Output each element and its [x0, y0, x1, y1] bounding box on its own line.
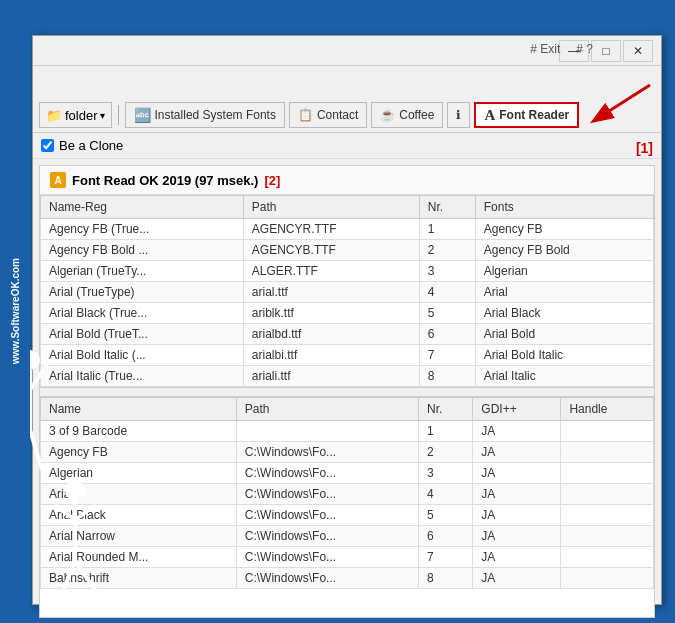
col-path-1: Path	[243, 196, 419, 219]
table-row[interactable]: Agency FB Bold ... AGENCYB.TTF 2 Agency …	[41, 240, 654, 261]
cell-path: ariali.ttf	[243, 366, 419, 387]
exit-link[interactable]: # Exit	[530, 42, 560, 56]
cell-gdi: JA	[473, 484, 561, 505]
cell-gdi: JA	[473, 421, 561, 442]
svg-line-10	[55, 505, 75, 520]
cell-name-reg: Agency FB Bold ...	[41, 240, 244, 261]
folder-button[interactable]: 📁 folder ▾	[39, 102, 112, 128]
checkbox-row: Be a Clone	[33, 133, 661, 159]
cell-font: Arial Black	[475, 303, 653, 324]
cell-font: Arial Bold Italic	[475, 345, 653, 366]
red-arrow-annotation	[575, 80, 655, 133]
coffee-icon: ☕	[380, 108, 395, 122]
table-row[interactable]: Agency FB (True... AGENCYR.TTF 1 Agency …	[41, 219, 654, 240]
cell-path: C:\Windows\Fo...	[236, 505, 418, 526]
table-row[interactable]: Arial (TrueType) arial.ttf 4 Arial	[41, 282, 654, 303]
col-fonts: Fonts	[475, 196, 653, 219]
cell-gdi: JA	[473, 442, 561, 463]
info-button[interactable]: ℹ	[447, 102, 470, 128]
contact-label: Contact	[317, 108, 358, 122]
cell-font: Arial Italic	[475, 366, 653, 387]
col-path-2: Path	[236, 398, 418, 421]
cell-handle	[561, 421, 654, 442]
cell-path: C:\Windows\Fo...	[236, 484, 418, 505]
installed-fonts-button[interactable]: 🔤 Installed System Fonts	[125, 102, 285, 128]
cell-gdi: JA	[473, 568, 561, 589]
info-icon: ℹ	[456, 108, 461, 122]
cell-path: C:\Windows\Fo...	[236, 442, 418, 463]
cell-nr: 1	[418, 421, 472, 442]
be-a-clone-checkbox[interactable]	[41, 139, 54, 152]
cell-handle	[561, 526, 654, 547]
table-row[interactable]: Algerian C:\Windows\Fo... 3 JA	[41, 463, 654, 484]
be-a-clone-label[interactable]: Be a Clone	[59, 138, 123, 153]
col-gdi: GDI++	[473, 398, 561, 421]
content-area[interactable]: A Font Read OK 2019 (97 msek.) [2] Name-…	[39, 165, 655, 618]
table-row[interactable]: Bahnschrift C:\Windows\Fo... 8 JA	[41, 568, 654, 589]
help-link[interactable]: # ?	[576, 42, 593, 56]
cell-path: ALGER.TTF	[243, 261, 419, 282]
watermark-text: www.SoftwareOK.com	[10, 258, 21, 364]
table-row[interactable]: Arial Black (True... ariblk.ttf 5 Arial …	[41, 303, 654, 324]
table-row[interactable]: Arial C:\Windows\Fo... 4 JA	[41, 484, 654, 505]
col-name-reg: Name-Reg	[41, 196, 244, 219]
table-row[interactable]: Arial Bold Italic (... arialbi.ttf 7 Ari…	[41, 345, 654, 366]
cell-nr: 7	[418, 547, 472, 568]
toolbar: 📁 folder ▾ 🔤 Installed System Fonts 📋 Co…	[33, 98, 661, 133]
table-divider	[40, 387, 654, 397]
cell-path: arial.ttf	[243, 282, 419, 303]
cell-gdi: JA	[473, 547, 561, 568]
cell-path: AGENCYR.TTF	[243, 219, 419, 240]
cell-nr: 3	[419, 261, 475, 282]
folder-icon: 📁	[46, 108, 62, 123]
close-button[interactable]: ✕	[623, 40, 653, 62]
cell-nr: 3	[418, 463, 472, 484]
fonts-table-2: Name Path Nr. GDI++ Handle 3 of 9 Barcod…	[40, 397, 654, 589]
fonts-icon: 🔤	[134, 107, 151, 123]
cell-handle	[561, 463, 654, 484]
watermark: www.SoftwareOK.com	[0, 0, 30, 623]
cell-font: Agency FB	[475, 219, 653, 240]
table-row[interactable]: Arial Narrow C:\Windows\Fo... 6 JA	[41, 526, 654, 547]
font-reader-button[interactable]: A Font Reader	[474, 102, 579, 128]
dropdown-arrow-icon: ▾	[100, 110, 105, 121]
cell-nr: 6	[419, 324, 475, 345]
cell-name-reg: Arial (TrueType)	[41, 282, 244, 303]
cell-gdi: JA	[473, 463, 561, 484]
cell-handle	[561, 505, 654, 526]
svg-line-7	[30, 430, 42, 470]
installed-fonts-label: Installed System Fonts	[155, 108, 276, 122]
table-row[interactable]: Agency FB C:\Windows\Fo... 2 JA	[41, 442, 654, 463]
cell-nr: 5	[419, 303, 475, 324]
section1-badge: [2]	[264, 173, 280, 188]
table2-header-row: Name Path Nr. GDI++ Handle	[41, 398, 654, 421]
table-row[interactable]: Arial Rounded M... C:\Windows\Fo... 7 JA	[41, 547, 654, 568]
cell-nr: 2	[418, 442, 472, 463]
table-row[interactable]: Arial Bold (TrueT... arialbd.ttf 6 Arial…	[41, 324, 654, 345]
cell-path: C:\Windows\Fo...	[236, 526, 418, 547]
cell-path: C:\Windows\Fo...	[236, 463, 418, 484]
main-window: — □ ✕ # Exit # ? 📁 folder ▾ 🔤 Installed …	[32, 35, 662, 605]
cell-path: C:\Windows\Fo...	[236, 547, 418, 568]
col-handle: Handle	[561, 398, 654, 421]
svg-line-13	[75, 560, 95, 590]
font-reader-label: Font Reader	[499, 108, 569, 122]
cell-font: Agency FB Bold	[475, 240, 653, 261]
table-row[interactable]: 3 of 9 Barcode 1 JA	[41, 421, 654, 442]
folder-label: folder	[65, 108, 98, 123]
annotation-label-1: [1]	[636, 140, 653, 156]
table-row[interactable]: Arial Italic (True... ariali.ttf 8 Arial…	[41, 366, 654, 387]
cell-handle	[561, 568, 654, 589]
coffee-button[interactable]: ☕ Coffee	[371, 102, 443, 128]
cell-path: AGENCYB.TTF	[243, 240, 419, 261]
top-links: # Exit # ?	[522, 38, 601, 60]
fonts-table-1: Name-Reg Path Nr. Fonts Agency FB (True.…	[40, 195, 654, 387]
svg-line-11	[75, 505, 95, 520]
table-row[interactable]: Algerian (TrueTy... ALGER.TTF 3 Algerian	[41, 261, 654, 282]
cell-path: ariblk.ttf	[243, 303, 419, 324]
cell-nr: 1	[419, 219, 475, 240]
table-row[interactable]: Arial Black C:\Windows\Fo... 5 JA	[41, 505, 654, 526]
cell-nr: 8	[419, 366, 475, 387]
svg-point-8	[65, 480, 85, 500]
contact-button[interactable]: 📋 Contact	[289, 102, 367, 128]
